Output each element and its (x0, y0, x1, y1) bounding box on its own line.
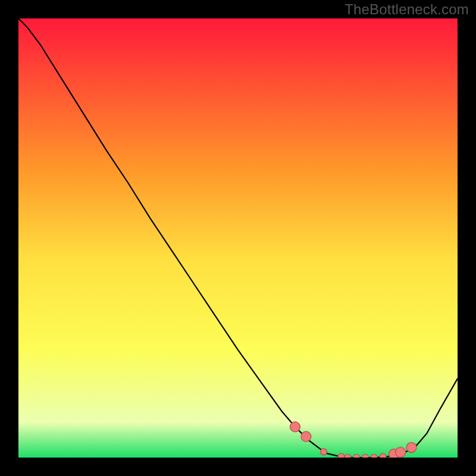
data-marker (345, 455, 351, 458)
data-marker (353, 455, 360, 458)
plot-background (18, 18, 458, 458)
data-marker (301, 431, 311, 441)
data-marker (290, 422, 300, 432)
data-marker (371, 455, 377, 458)
data-marker (380, 453, 386, 458)
data-marker (362, 455, 369, 458)
data-marker (406, 443, 416, 453)
chart-plot (18, 18, 458, 458)
watermark-text: TheBottleneck.com (345, 1, 469, 18)
data-marker (320, 449, 327, 455)
chart-frame: { "watermark": "TheBottleneck.com", "col… (0, 0, 476, 476)
data-marker (396, 447, 406, 458)
data-marker (338, 453, 345, 458)
